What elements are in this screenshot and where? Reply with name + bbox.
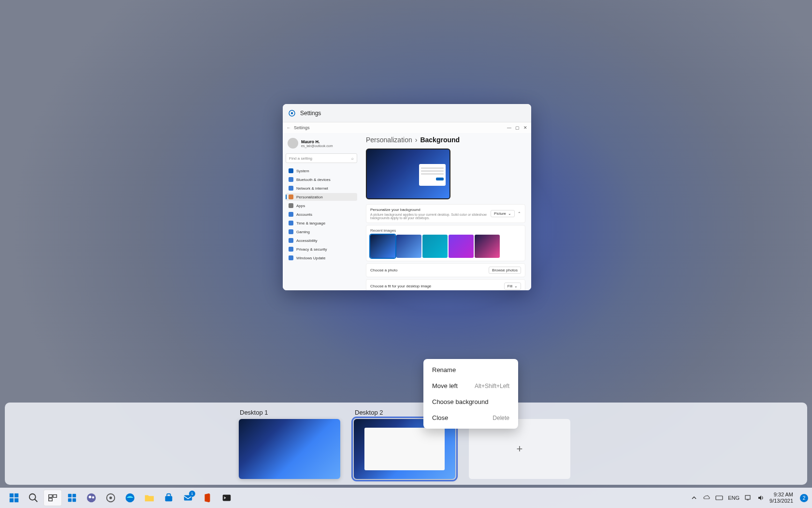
language-indicator[interactable]: ENG xyxy=(728,495,740,501)
mail-badge: 1 xyxy=(189,491,195,497)
svg-line-7 xyxy=(35,499,38,502)
browse-photos-button[interactable]: Browse photos xyxy=(489,267,521,274)
terminal-icon xyxy=(221,493,232,503)
notification-badge[interactable]: 2 xyxy=(800,494,808,502)
recent-images: Recent images xyxy=(366,225,525,261)
settings-window-thumbnail[interactable]: Settings ← Settings — ▢ ✕ Mauro H. es_la… xyxy=(283,104,531,290)
svg-rect-2 xyxy=(10,493,14,497)
user-email: es_lab@outlook.com xyxy=(301,144,333,148)
teams-button[interactable] xyxy=(82,490,101,506)
system-tray: ENG 9:32 AM 9/13/2021 2 xyxy=(690,492,808,504)
back-icon[interactable]: ← xyxy=(287,125,291,130)
svg-rect-5 xyxy=(14,498,18,502)
background-type-dropdown[interactable]: Picture⌄ xyxy=(491,210,515,217)
keyboard-icon[interactable] xyxy=(715,494,723,502)
explorer-button[interactable] xyxy=(140,490,159,506)
choose-photo-label: Choose a photo xyxy=(370,268,398,272)
desktop-tile-1[interactable]: Desktop 1 xyxy=(239,409,340,479)
personalize-title: Personalize your background xyxy=(370,208,491,212)
virtual-desktop-bar: Desktop 1 Desktop 2 + xyxy=(5,403,807,485)
svg-rect-23 xyxy=(223,495,231,501)
sidebar-item-accounts[interactable]: Accounts xyxy=(286,210,357,218)
close-icon[interactable]: ✕ xyxy=(523,125,527,130)
clock[interactable]: 9:32 AM 9/13/2021 xyxy=(769,492,795,504)
svg-rect-8 xyxy=(49,495,52,498)
minimize-icon[interactable]: — xyxy=(507,125,511,130)
office-icon xyxy=(202,493,213,503)
gaming-icon xyxy=(289,229,293,234)
sidebar-item-personalization[interactable]: Personalization xyxy=(286,193,357,201)
recent-image-1[interactable] xyxy=(370,235,395,258)
start-button[interactable] xyxy=(5,490,23,506)
fit-dropdown[interactable]: Fill⌄ xyxy=(504,283,521,290)
search-input[interactable]: Find a setting ⌕ xyxy=(286,153,357,163)
folder-icon xyxy=(144,493,155,503)
search-icon: ⌕ xyxy=(351,156,354,161)
volume-icon[interactable] xyxy=(757,494,765,502)
breadcrumb-sep: › xyxy=(415,136,418,144)
chevron-up-icon xyxy=(690,494,698,502)
time: 9:32 AM xyxy=(769,492,793,498)
context-rename[interactable]: Rename xyxy=(423,362,518,378)
choose-fit-label: Choose a fit for your desktop image xyxy=(370,284,431,288)
sidebar-item-time[interactable]: Time & language xyxy=(286,219,357,227)
task-view-button[interactable] xyxy=(44,490,62,506)
network-tray-icon[interactable] xyxy=(744,494,752,502)
context-close[interactable]: Close Delete xyxy=(423,410,518,426)
settings-icon xyxy=(288,109,296,118)
svg-rect-4 xyxy=(10,498,14,502)
recent-image-3[interactable] xyxy=(422,235,448,258)
sidebar-item-system[interactable]: System xyxy=(286,167,357,175)
svg-rect-14 xyxy=(72,498,76,502)
recent-image-4[interactable] xyxy=(449,235,474,258)
svg-point-19 xyxy=(109,496,112,499)
office-button[interactable] xyxy=(198,490,217,506)
sidebar-item-privacy[interactable]: Privacy & security xyxy=(286,245,357,253)
breadcrumb-parent[interactable]: Personalization xyxy=(366,136,412,144)
store-button[interactable] xyxy=(160,490,178,506)
svg-point-6 xyxy=(29,494,36,500)
apps-icon xyxy=(289,203,293,208)
sidebar-item-gaming[interactable]: Gaming xyxy=(286,228,357,236)
settings-main: Personalization › Background Personalize… xyxy=(360,133,531,290)
personalize-background-row[interactable]: Personalize your background A picture ba… xyxy=(366,204,525,223)
sidebar-item-update[interactable]: Windows Update xyxy=(286,254,357,262)
chevron-up-icon[interactable]: ⌃ xyxy=(518,211,521,216)
svg-rect-26 xyxy=(747,500,749,500)
network-icon xyxy=(289,186,293,191)
onedrive-icon[interactable] xyxy=(703,494,710,502)
terminal-button[interactable] xyxy=(218,490,236,506)
svg-rect-25 xyxy=(745,495,750,499)
sidebar-item-apps[interactable]: Apps xyxy=(286,202,357,209)
search-button[interactable] xyxy=(24,490,43,506)
recent-image-5[interactable] xyxy=(475,235,500,258)
svg-point-15 xyxy=(87,493,96,502)
search-icon xyxy=(28,493,39,503)
svg-point-1 xyxy=(291,112,293,114)
maximize-icon[interactable]: ▢ xyxy=(515,125,520,130)
svg-point-16 xyxy=(89,495,92,498)
window-title: Settings xyxy=(300,110,321,117)
sidebar-item-bluetooth[interactable]: Bluetooth & devices xyxy=(286,176,357,183)
desktop-1-thumbnail[interactable] xyxy=(239,419,340,479)
recent-image-2[interactable] xyxy=(396,235,421,258)
sidebar-item-network[interactable]: Network & internet xyxy=(286,184,357,192)
svg-rect-21 xyxy=(165,496,173,501)
mail-button[interactable]: 1 xyxy=(179,490,197,506)
sidebar-user[interactable]: Mauro H. es_lab@outlook.com xyxy=(286,136,357,150)
context-move-left[interactable]: Move left Alt+Shift+Left xyxy=(423,378,518,394)
tray-overflow[interactable] xyxy=(690,494,698,502)
avatar xyxy=(288,138,298,149)
privacy-icon xyxy=(289,247,293,252)
system-icon xyxy=(289,168,293,173)
context-choose-background[interactable]: Choose background xyxy=(423,394,518,410)
breadcrumb-current: Background xyxy=(420,136,460,144)
chevron-down-icon: ⌄ xyxy=(508,211,511,216)
settings-taskbar-button[interactable] xyxy=(102,490,120,506)
edge-button[interactable] xyxy=(121,490,139,506)
plus-icon: + xyxy=(517,443,523,455)
widgets-button[interactable] xyxy=(63,490,81,506)
sidebar-item-accessibility[interactable]: Accessibility xyxy=(286,237,357,244)
accessibility-icon xyxy=(289,238,293,243)
edge-icon xyxy=(125,493,135,503)
